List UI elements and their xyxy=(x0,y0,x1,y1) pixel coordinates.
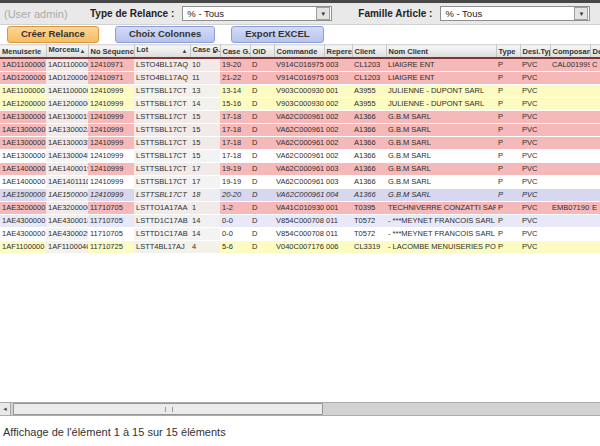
cell-lot: LSTTSBL17CT xyxy=(134,163,190,176)
cell-no_sequence: 12410999 xyxy=(88,163,134,176)
cell-case_g1: 18 xyxy=(190,189,220,202)
cell-case_g1: 4 xyxy=(190,241,220,254)
col-header-label: Morceau xyxy=(49,45,80,54)
export-excel-button[interactable]: Export EXCEL xyxy=(231,26,323,43)
col-header-desi_type[interactable]: Desi.Type xyxy=(520,45,550,59)
cell-morceau: 1AD1100000 xyxy=(46,58,88,72)
cell-menuiserie: 1AE1200000 xyxy=(0,98,46,111)
cell-commande: VA62C000961 xyxy=(274,163,324,176)
table-row[interactable]: 1AE14000001AE140001912410999LSTTSBL17CT1… xyxy=(0,163,600,176)
cell-menuiserie: 1AE1400000 xyxy=(0,163,46,176)
cell-case_g2: 17-18 xyxy=(220,150,250,163)
col-header-label: Lot xyxy=(137,45,149,54)
col-header-case_g1[interactable]: ▲Case G. xyxy=(190,45,220,59)
col-header-label: Case G. xyxy=(223,47,251,56)
cell-de xyxy=(590,85,600,98)
table-row[interactable]: 1AE13000001AE130004B12410999LSTTSBL17CT1… xyxy=(0,150,600,163)
cell-menuiserie: 1AE1500000 xyxy=(0,189,46,202)
data-grid-area: Menuiserie▲MorceauNo Séquence▲Lot▲Case G… xyxy=(0,44,600,402)
col-header-lot[interactable]: ▲Lot xyxy=(134,45,190,59)
table-row[interactable]: 1AE15000001AE150000012410999LSTTSBL17CT1… xyxy=(0,189,600,202)
cell-composant xyxy=(550,189,590,202)
cell-morceau: 1AE130002A xyxy=(46,124,88,137)
type-relance-select[interactable]: % - Tous ▼ xyxy=(182,6,332,21)
cell-oid: D xyxy=(250,228,274,241)
table-row[interactable]: 1AF11000001AF110004Q11710725LSTT4BL17AJ4… xyxy=(0,241,600,254)
cell-lot: LSTTD1C17AB xyxy=(134,228,190,241)
col-header-commande[interactable]: Commande xyxy=(274,45,324,59)
cell-de xyxy=(590,215,600,228)
table-row[interactable]: 1AE11000001AE110000012410999LSTTSBL17CT1… xyxy=(0,85,600,98)
table-row[interactable]: 1AD12000001AD120006S12410971LSTO4BL17AQ1… xyxy=(0,72,600,85)
col-header-composant[interactable]: Composant xyxy=(550,45,590,59)
cell-repere: 002 xyxy=(324,137,352,150)
cell-repere: 003 xyxy=(324,176,352,189)
col-header-case_g2[interactable]: Case G. xyxy=(220,45,250,59)
table-row[interactable]: 1AE43000001AE430001811710705LSTTD1C17AB1… xyxy=(0,215,600,228)
col-header-client[interactable]: Client xyxy=(352,45,386,59)
col-header-oid[interactable]: OiD xyxy=(250,45,274,59)
cell-case_g1: 13 xyxy=(190,85,220,98)
table-row[interactable]: 1AE12000001AE120000012410999LSTTSBL17CT1… xyxy=(0,98,600,111)
cell-case_g2: 19-20 xyxy=(220,58,250,72)
cell-no_sequence: 12410999 xyxy=(88,85,134,98)
cell-repere: 002 xyxy=(324,124,352,137)
table-row[interactable]: 1AD11000001AD110000012410971LSTO4BL17AQ1… xyxy=(0,58,600,72)
table-row[interactable]: 1AE14000001AE140111012410999LSTTSBL17CT1… xyxy=(0,176,600,189)
cell-composant xyxy=(550,176,590,189)
cell-type: P xyxy=(496,58,520,72)
cell-desi_type: PVC xyxy=(520,58,550,72)
cell-desi_type: PVC xyxy=(520,98,550,111)
col-header-no_sequence[interactable]: No Séquence xyxy=(88,45,134,59)
cell-menuiserie: 1AE1400000 xyxy=(0,176,46,189)
col-header-label: Case G. xyxy=(193,45,221,54)
table-row[interactable]: 1AE13000001AE130002A12410999LSTTSBL17CT1… xyxy=(0,124,600,137)
cell-composant xyxy=(550,150,590,163)
table-row[interactable]: 1AE13000001AE130001912410999LSTTSBL17CT1… xyxy=(0,111,600,124)
cell-de xyxy=(590,98,600,111)
cell-type: P xyxy=(496,189,520,202)
choix-colonnes-button[interactable]: Choix Colonnes xyxy=(115,26,215,43)
cell-lot: LSTO4BL17AQ xyxy=(134,72,190,85)
cell-commande: VA62C000961 xyxy=(274,124,324,137)
cell-de xyxy=(590,228,600,241)
table-header-row: Menuiserie▲MorceauNo Séquence▲Lot▲Case G… xyxy=(0,45,600,59)
creer-relance-button[interactable]: Créer Relance xyxy=(7,26,99,43)
horizontal-scrollbar[interactable]: ◄ xyxy=(0,402,600,416)
cell-type: P xyxy=(496,202,520,215)
cell-morceau: 1AE1300019 xyxy=(46,111,88,124)
user-label: (User admin) xyxy=(4,8,90,20)
col-header-nom_client[interactable]: Nom Client xyxy=(386,45,496,59)
table-row[interactable]: 1AE13000001AE130003512410999LSTTSBL17CT1… xyxy=(0,137,600,150)
cell-case_g2: 17-18 xyxy=(220,124,250,137)
dropdown-arrow-icon[interactable]: ▼ xyxy=(574,7,588,20)
cell-lot: LSTTSBL17CT xyxy=(134,111,190,124)
col-header-type[interactable]: Type xyxy=(496,45,520,59)
scrollbar-left-arrow[interactable]: ◄ xyxy=(0,403,11,415)
cell-case_g1: 10 xyxy=(190,58,220,72)
col-header-menuiserie[interactable]: Menuiserie xyxy=(0,45,46,59)
cell-case_g1: 14 xyxy=(190,98,220,111)
scrollbar-thumb[interactable] xyxy=(13,403,323,415)
cell-no_sequence: 11710705 xyxy=(88,202,134,215)
cell-client: A1366 xyxy=(352,124,386,137)
dropdown-arrow-icon[interactable]: ▼ xyxy=(316,7,330,20)
cell-repere: 001 xyxy=(324,85,352,98)
col-header-repere[interactable]: Repere xyxy=(324,45,352,59)
cell-oid: D xyxy=(250,98,274,111)
col-header-de[interactable]: De xyxy=(590,45,600,59)
table-row[interactable]: 1AE32000001AE320000011710705LSTTO1A17AA1… xyxy=(0,202,600,215)
col-header-label: Commande xyxy=(277,47,318,56)
action-toolbar: Créer Relance Choix Colonnes Export EXCE… xyxy=(0,25,600,44)
sort-asc-icon: ▲ xyxy=(182,45,188,57)
cell-morceau: 1AE1400019 xyxy=(46,163,88,176)
cell-client: A1366 xyxy=(352,176,386,189)
cell-type: P xyxy=(496,176,520,189)
table-row[interactable]: 1AE43000001AE430002911710705LSTTD1C17AB1… xyxy=(0,228,600,241)
col-header-label: Client xyxy=(355,47,376,56)
cell-oid: D xyxy=(250,85,274,98)
famille-article-select[interactable]: % - Tous ▼ xyxy=(440,6,590,21)
col-header-morceau[interactable]: ▲Morceau xyxy=(46,45,88,59)
cell-case_g1: 11 xyxy=(190,72,220,85)
cell-type: P xyxy=(496,137,520,150)
